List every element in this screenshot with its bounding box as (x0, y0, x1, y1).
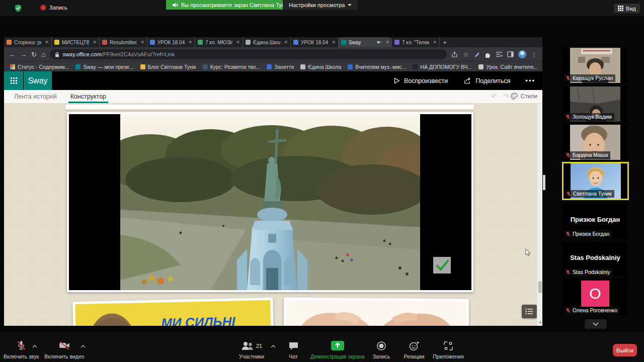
browser-tab-3[interactable]: Resubmitted:✕ (100, 37, 147, 47)
browser-tab-1[interactable]: Сторінка: ред✕ (4, 37, 52, 47)
tab-close-icon[interactable]: ✕ (139, 40, 144, 45)
bookmark-star-icon[interactable]: ☆ (463, 51, 469, 58)
view-button[interactable]: Вид (614, 4, 640, 13)
more-options-button[interactable]: ••• (518, 77, 542, 84)
lock-icon[interactable] (55, 52, 59, 57)
participant-tile-zoloshchuk[interactable]: Золощук Вадим (563, 86, 627, 122)
tab-muted-speaker-icon[interactable] (377, 40, 382, 45)
participants-button[interactable]: 21 Участники (231, 341, 272, 359)
tab-close-icon[interactable]: ✕ (235, 40, 240, 45)
video-player[interactable] (69, 114, 471, 290)
tab-close-icon[interactable]: ✕ (187, 40, 192, 45)
scrollbar-down-arrow[interactable]: ▼ (538, 320, 542, 325)
bookmark-item[interactable]: НА ДОПОМОГУ ВЧ... (413, 64, 472, 70)
browser-tab-6[interactable]: Єдина Школа✕ (243, 37, 291, 47)
participant-tile-rogovchenko[interactable]: О Олена Роговченко (563, 279, 627, 314)
tab-close-icon[interactable]: ✕ (384, 40, 389, 45)
apps-button[interactable]: Приложения (431, 341, 466, 359)
profile-avatar[interactable] (518, 50, 526, 58)
browser-tab-9[interactable]: 7 кл. "Телем✕ (392, 37, 440, 47)
extension-feather-icon[interactable] (473, 51, 480, 58)
card-heart-hands[interactable] (284, 297, 469, 326)
participant-tile-karashchuk[interactable]: Каращук Руслан (563, 48, 627, 83)
video-card[interactable] (67, 112, 473, 292)
browser-tab-7[interactable]: УРОК 18.04.✕ (291, 37, 339, 47)
tab-favicon (198, 40, 203, 45)
view-settings-button[interactable]: Настройки просмотра (283, 0, 358, 10)
browser-menu-icon[interactable]: ⋮ (531, 51, 537, 58)
security-shield-icon[interactable] (14, 4, 22, 14)
back-icon[interactable]: ← (9, 51, 16, 58)
browser-tab-sway-active[interactable]: Sway ✕ (339, 37, 392, 47)
mic-options-chevron[interactable] (32, 345, 37, 348)
focus-points-button[interactable] (522, 305, 537, 318)
bookmark-item[interactable]: Єдина Школа (300, 64, 341, 70)
browser-tab-5[interactable]: 7 кл. МЮЗИК✕ (195, 37, 243, 47)
participant-tile-bardina[interactable]: Бардіна Маша (563, 125, 627, 160)
reload-icon[interactable]: ↻ (31, 51, 37, 58)
side-panel-icon[interactable] (507, 51, 514, 57)
unmute-button[interactable]: Включить звук (1, 340, 41, 359)
sway-brand[interactable]: Sway (24, 71, 52, 90)
styles-button[interactable]: Стили (511, 93, 537, 100)
chat-button[interactable]: Чат (281, 341, 306, 359)
bookmark-item[interactable]: Урок. Сайт вчителя... (478, 64, 538, 70)
share-page-icon[interactable] (451, 51, 458, 58)
new-tab-button[interactable]: + (440, 37, 450, 47)
participants-options-chevron[interactable] (271, 345, 276, 348)
canvas-scrollbar[interactable]: ▼ (537, 104, 542, 326)
participant-tile-stas[interactable]: Stas Podskalniy Stas Podskalniy (563, 242, 627, 276)
url-path: /PF9veI2C4aVsAFuI?ref=Link (102, 51, 175, 57)
start-video-button[interactable]: Включить видео (44, 340, 85, 359)
bookmark-item[interactable]: Курс: Розвиток тво... (203, 64, 261, 70)
blog-icon (140, 64, 145, 69)
muted-mic-icon (566, 75, 571, 81)
browser-navbar: ← → ↻ ⌂ sway.office.com/PF9veI2C4aVsAFuI… (4, 47, 542, 61)
bookmark-item[interactable]: Вчителям муз.-мис... (348, 64, 406, 70)
redo-icon[interactable]: ↷ (504, 93, 509, 100)
share-button[interactable]: Поделиться (456, 71, 518, 90)
undo-icon[interactable]: ↶ (491, 93, 497, 100)
tab-design[interactable]: Конструктор (70, 90, 106, 103)
record-button[interactable]: Запись (366, 341, 396, 359)
scrollbar-thumb[interactable] (538, 281, 542, 293)
bookmark-item[interactable]: Sway — мои презе... (75, 64, 133, 70)
forward-icon[interactable]: → (20, 51, 27, 58)
card-we-are-strong[interactable]: МИ СИЛЬНІ (72, 298, 273, 326)
sway-icon (75, 64, 80, 69)
bookmark-item[interactable]: Заняття (267, 64, 294, 70)
play-button[interactable]: Воспроизвести (385, 71, 456, 90)
app-launcher-button[interactable] (4, 71, 23, 90)
browser-tab-2[interactable]: МИСТЕЦТВО✕ (52, 37, 100, 47)
tab-close-icon[interactable]: ✕ (432, 40, 437, 45)
muted-mic-icon (566, 231, 571, 237)
bookmark-item[interactable]: Блог Світлани Тунік (140, 64, 196, 70)
video-options-chevron[interactable] (80, 345, 86, 348)
participant-tile-pryziuk[interactable]: Призюк Богдан Призюк Богдан (563, 204, 627, 238)
browser-tab-4[interactable]: УРОК 18.04.✕ (147, 37, 195, 47)
record-icon (376, 341, 386, 351)
address-bar[interactable]: sway.office.com/PF9veI2C4aVsAFuI?ref=Lin… (50, 49, 447, 59)
reactions-button[interactable]: Реакции (398, 341, 430, 359)
participant-tile-tunik-active-speaker[interactable]: Светлана Туник (562, 162, 629, 200)
tab-close-icon[interactable]: ✕ (92, 40, 97, 45)
home-icon[interactable]: ⌂ (41, 51, 45, 58)
tab-close-icon[interactable]: ✕ (283, 40, 288, 45)
bookmark-item[interactable]: Статус - Содержим... (10, 64, 69, 70)
leave-button[interactable]: Выйти (613, 344, 637, 356)
extensions-puzzle-icon[interactable] (485, 51, 491, 58)
viewing-banner-text: Вы просматриваете экран Светлана Туник (181, 2, 290, 8)
tab-storyline[interactable]: Лента историй (14, 93, 57, 100)
palette-icon (511, 93, 518, 100)
share-screen-button[interactable]: Демонстрация экрана (305, 340, 370, 359)
window-scrollbar-edge (543, 175, 545, 190)
reading-list-icon[interactable] (496, 51, 503, 57)
muted-mic-icon (566, 191, 571, 197)
participant-avatar: О (581, 281, 609, 307)
tab-favicon (246, 40, 251, 45)
tab-close-icon[interactable]: ✕ (331, 40, 336, 45)
participants-scroll-down-button[interactable] (585, 319, 607, 329)
mic-muted-icon (16, 340, 27, 351)
tab-close-icon[interactable]: ✕ (44, 40, 49, 45)
muted-mic-icon (566, 114, 571, 120)
